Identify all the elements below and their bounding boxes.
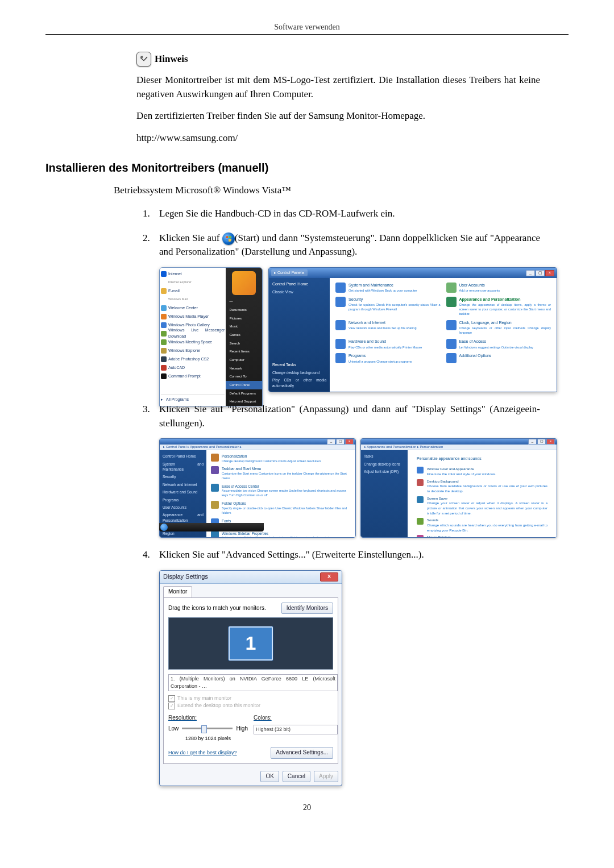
advanced-settings-button[interactable]: Advanced Settings...	[271, 747, 333, 759]
start-menu-left: Internet Internet Explorer E-mail Window…	[160, 268, 226, 406]
start-button-icon	[160, 524, 168, 531]
note-heading: Hinweis	[136, 52, 540, 67]
control-panel-categories: System and MaintenanceGet started with W…	[330, 278, 557, 392]
resolution-label: Resolution:	[168, 715, 197, 721]
page-number: 20	[45, 803, 569, 812]
step-3: Klicken Sie auf "Personalization" (Anpas…	[152, 402, 540, 538]
help-link[interactable]: How do I get the best display?	[168, 749, 237, 757]
cancel-button[interactable]: Cancel	[283, 771, 310, 783]
step-4: Klicken Sie auf "Advanced Settings..." (…	[152, 548, 540, 786]
os-line: Betriebssystem Microsoft® Windows Vista™	[114, 184, 540, 198]
start-menu: Internet Internet Explorer E-mail Window…	[159, 267, 263, 406]
section-title: Installieren des Monitortreibers (manuel…	[45, 161, 569, 175]
dialog-title: Display Settings	[163, 572, 208, 582]
apply-button[interactable]: Apply	[314, 771, 338, 783]
note-url: http://www.samsung.com/	[136, 131, 540, 146]
header-rule	[45, 34, 569, 35]
personalization-options: Personalize appearance and sounds Window…	[408, 450, 557, 538]
main-monitor-checkbox: ✓This is my main monitor	[168, 695, 333, 702]
screenshot-display-settings: Display Settings X Monitor Drag the icon…	[159, 570, 342, 786]
start-orb-icon	[222, 232, 235, 245]
close-icon[interactable]: X	[320, 572, 338, 582]
extend-desktop-checkbox: ✓Extend the desktop onto this monitor	[168, 702, 333, 709]
note-paragraph-1: Dieser Monitortreiber ist mit dem MS-Log…	[136, 73, 540, 101]
taskbar	[159, 523, 264, 531]
colors-label: Colors:	[254, 715, 272, 721]
screenshot-start-and-controlpanel: Internet Internet Explorer E-mail Window…	[159, 267, 557, 392]
note-paragraph-2: Den zertifizierten Treiber finden Sie au…	[136, 109, 540, 123]
control-panel-window: ▸ Control Panel ▸ _▢× Control Panel Home…	[268, 267, 557, 392]
breadcrumb: ▸ Control Panel ▸	[271, 269, 308, 276]
personalization-window: _▢× ▸ Appearance and Personalization ▸ P…	[360, 438, 557, 538]
tab-monitor[interactable]: Monitor	[163, 586, 192, 597]
monitor-1-icon[interactable]: 1	[229, 626, 273, 661]
step-1: Legen Sie die Handbuch-CD in das CD-ROM-…	[152, 207, 540, 221]
identify-monitors-button[interactable]: Identify Monitors	[281, 603, 333, 614]
ok-button[interactable]: OK	[260, 771, 279, 783]
colors-select[interactable]: Highest (32 bit)	[254, 725, 338, 734]
control-panel-sidebar: Control Panel Home Classic View Recent T…	[269, 278, 330, 392]
running-head: Software verwenden	[45, 23, 569, 32]
window-controls: _▢×	[526, 270, 554, 276]
adapter-select[interactable]: 1. (Multiple Monitors) on NVIDIA GeForce…	[168, 674, 338, 691]
personalization-sidebar: TasksChange desktop iconsAdjust font siz…	[361, 450, 408, 538]
breadcrumb: ▸ Control Panel ▸ Appearance and Persona…	[160, 445, 355, 450]
monitor-stage[interactable]: 1	[168, 617, 333, 670]
drag-instruction: Drag the icons to match your monitors.	[168, 604, 266, 613]
resolution-value: 1280 by 1024 pixels	[168, 735, 248, 742]
steps-list: Legen Sie die Handbuch-CD in das CD-ROM-…	[136, 207, 540, 786]
user-avatar	[232, 271, 256, 295]
step-2: Klicken Sie auf (Start) und dann "System…	[152, 231, 540, 392]
breadcrumb: ▸ Appearance and Personalization ▸ Perso…	[361, 445, 557, 450]
note-label: Hinweis	[155, 53, 188, 65]
resolution-slider[interactable]: Low High	[168, 725, 248, 733]
start-menu-right: — Documents Pictures Music Games Search …	[226, 268, 262, 406]
note-icon	[136, 52, 151, 67]
